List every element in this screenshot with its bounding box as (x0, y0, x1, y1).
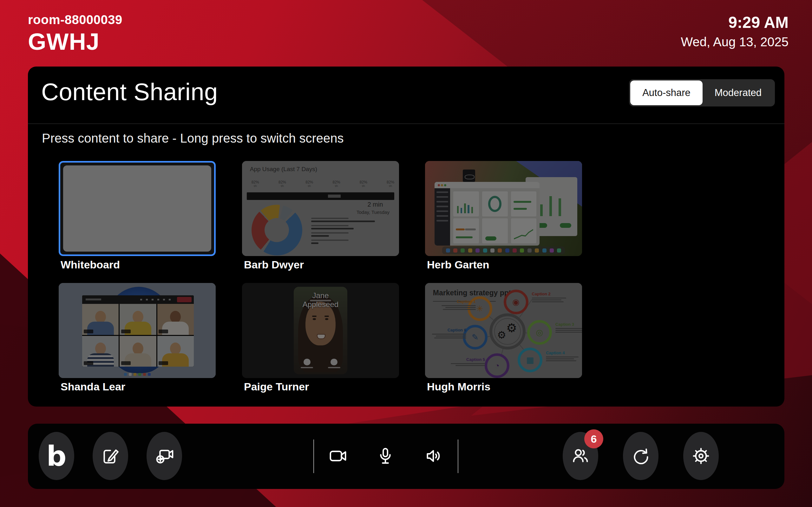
tile-label: Shanda Lear (61, 381, 125, 393)
camera-control-button[interactable] (147, 432, 182, 480)
participants-button[interactable]: 6 (563, 432, 598, 480)
tile-label: Hugh Morris (427, 381, 490, 393)
toolbar-divider-left (313, 440, 314, 473)
whiteboard-canvas-preview (63, 165, 211, 251)
camera-button[interactable] (328, 443, 348, 469)
biamp-logo-icon: b (47, 442, 67, 470)
instruction-text: Press content to share - Long press to s… (42, 131, 344, 146)
tile-barb-dwyer[interactable]: App Usage (Last 7 Days) 82%9h 82%9h 82%9… (242, 161, 399, 256)
room-name: GWHJ (28, 28, 122, 55)
home-button[interactable]: b (39, 432, 74, 480)
toolbar-divider-right (458, 440, 458, 473)
volume-button[interactable] (423, 443, 444, 469)
tile-label: Herb Garten (427, 259, 490, 271)
tile-paige-turner[interactable]: Jane Appleseed (242, 283, 399, 378)
date: Wed, Aug 13, 2025 (681, 35, 789, 49)
microphone-button[interactable] (375, 443, 396, 469)
bottom-toolbar: b (28, 424, 784, 489)
header-room-info: room-88000039 GWHJ (28, 13, 122, 55)
content-sharing-panel: Content Sharing Auto-share Moderated Pre… (28, 66, 784, 406)
clock: 9:29 AM (681, 13, 789, 32)
tile-label: Paige Turner (244, 381, 309, 393)
tile-label: Barb Dwyer (244, 259, 304, 271)
room-id: room-88000039 (28, 13, 122, 27)
mic-icon (375, 446, 395, 466)
refresh-button[interactable] (623, 432, 658, 480)
tile-whiteboard[interactable] (59, 161, 216, 256)
ptz-camera-icon (154, 446, 174, 466)
toggle-option-auto-share[interactable]: Auto-share (630, 80, 703, 105)
share-mode-toggle: Auto-share Moderated (629, 79, 775, 107)
page-title: Content Sharing (41, 78, 218, 106)
people-icon (571, 446, 590, 466)
annotate-button[interactable] (93, 432, 128, 480)
gear-icon (691, 446, 711, 466)
settings-button[interactable] (683, 432, 719, 480)
speaker-icon (424, 446, 444, 466)
participants-count-badge: 6 (584, 429, 603, 448)
tile-shanda-lear[interactable] (59, 283, 216, 378)
tile-herb-garten[interactable] (425, 161, 582, 256)
refresh-icon (631, 446, 651, 466)
header-datetime: 9:29 AM Wed, Aug 13, 2025 (681, 13, 789, 49)
tile-label: Whiteboard (61, 259, 120, 271)
video-camera-icon (328, 446, 348, 466)
toggle-option-moderated[interactable]: Moderated (703, 80, 774, 105)
tile-hugh-morris[interactable]: Marketing strategy ppt ⚙⚙ ✳ ◉ ◎ ▦ ◔ ✎ Ca… (425, 283, 582, 378)
edit-icon (101, 446, 120, 466)
